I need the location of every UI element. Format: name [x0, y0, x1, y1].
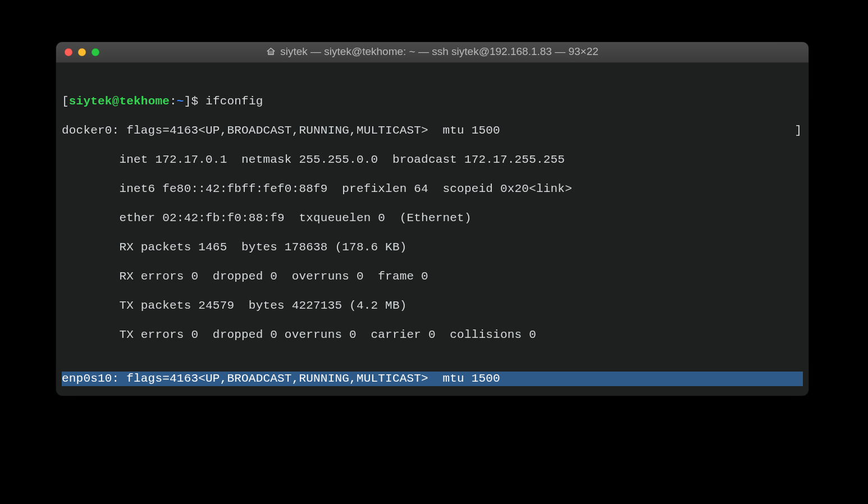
titlebar[interactable]: siytek — siytek@tekhome: ~ — ssh siytek@…: [56, 42, 808, 63]
traffic-lights: [56, 48, 99, 56]
prompt-close-bracket: ]: [184, 95, 191, 108]
prompt-line: [siytek@tekhome:~]$ ifconfig: [62, 94, 803, 109]
terminal-body[interactable]: [siytek@tekhome:~]$ ifconfig docker0: fl…: [56, 63, 808, 396]
output-line: RX packets 1465 bytes 178638 (178.6 KB): [62, 240, 803, 255]
prompt-userhost: siytek@tekhome: [69, 95, 170, 108]
close-icon[interactable]: [65, 48, 72, 56]
prompt-cwd: ~: [177, 95, 184, 108]
output-line: TX packets 24579 bytes 4227135 (4.2 MB): [62, 299, 803, 313]
output-line: inet 172.17.0.1 netmask 255.255.0.0 broa…: [62, 153, 803, 167]
output-line: docker0: flags=4163<UP,BROADCAST,RUNNING…: [62, 123, 803, 138]
zoom-icon[interactable]: [92, 48, 99, 56]
output-line: RX errors 0 dropped 0 overruns 0 frame 0: [62, 269, 803, 284]
output-line: inet6 fe80::42:fbff:fef0:88f9 prefixlen …: [62, 182, 803, 196]
terminal-window: siytek — siytek@tekhome: ~ — ssh siytek@…: [56, 42, 808, 396]
command-text: ifconfig: [205, 95, 263, 108]
home-icon: [266, 47, 276, 56]
prompt-open-bracket: [: [62, 95, 69, 108]
window-title: siytek — siytek@tekhome: ~ — ssh siytek@…: [280, 45, 599, 58]
output-line: TX errors 0 dropped 0 overruns 0 carrier…: [62, 328, 803, 342]
prompt-close-bracket-right: ]: [794, 124, 802, 137]
prompt-colon: :: [170, 95, 177, 108]
prompt-sigil: $: [191, 95, 198, 108]
output-line-highlight: enp0s10: flags=4163<UP,BROADCAST,RUNNING…: [62, 372, 803, 386]
window-title-wrap: siytek — siytek@tekhome: ~ — ssh siytek@…: [56, 45, 808, 59]
minimize-icon[interactable]: [78, 48, 86, 56]
output-line: ether 02:42:fb:f0:88:f9 txqueuelen 0 (Et…: [62, 211, 803, 226]
